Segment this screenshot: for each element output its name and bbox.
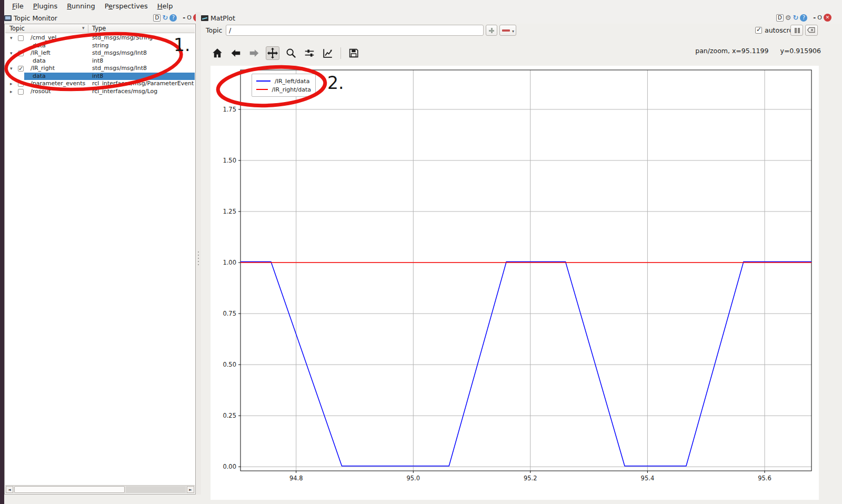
menu-file[interactable]: File [7, 1, 28, 11]
topic-type: string [92, 42, 109, 49]
restore-button[interactable]: O [187, 14, 192, 22]
svg-text:1.50: 1.50 [223, 157, 236, 164]
topic-input[interactable] [226, 25, 484, 36]
svg-text:95.6: 95.6 [758, 475, 771, 482]
forward-icon [248, 47, 260, 59]
detach-button[interactable]: D [153, 14, 161, 22]
save-button[interactable] [347, 46, 360, 60]
table-row[interactable]: /IR_left std_msgs/msg/Int8 [5, 49, 195, 57]
clear-icon [806, 25, 817, 35]
minus-icon [502, 29, 510, 32]
matplotlib-toolbar [210, 44, 360, 63]
forward-button[interactable] [247, 46, 261, 60]
svg-text:0.25: 0.25 [223, 412, 236, 419]
table-row[interactable]: /rosout rcl_interfaces/msg/Log [5, 88, 195, 96]
menu-running[interactable]: Running [62, 1, 99, 11]
customize-button[interactable] [321, 46, 335, 60]
minimize-button[interactable]: - [813, 14, 816, 22]
zoom-icon [285, 47, 297, 59]
scrollbar-track[interactable] [126, 486, 186, 493]
dock-title: MatPlot [210, 14, 235, 22]
scroll-left-icon[interactable]: ◄ [6, 486, 13, 493]
table-row[interactable]: data string [5, 42, 195, 50]
restore-button[interactable]: O [817, 14, 822, 22]
svg-text:1.25: 1.25 [223, 208, 236, 215]
svg-text:95.0: 95.0 [406, 475, 420, 482]
autoscroll-checkbox[interactable] [755, 27, 762, 34]
topic-monitor-titlebar[interactable]: Topic Monitor D ↻ ? - O ✕ [4, 12, 196, 24]
window-edge [0, 0, 4, 504]
column-divider [88, 25, 88, 33]
topic-name: /rosout [31, 88, 51, 95]
customize-icon [322, 47, 334, 59]
panel-splitter[interactable] [196, 12, 201, 495]
column-header-topic[interactable]: Topic [9, 25, 25, 32]
horizontal-scrollbar[interactable]: ◄ ► [5, 485, 195, 493]
checkbox[interactable] [18, 89, 24, 95]
menu-plugins[interactable]: Plugins [28, 1, 63, 11]
topic-type: std_msgs/msg/Int8 [92, 65, 147, 72]
topic-type: rcl_interfaces/msg/ParameterEvent [92, 80, 194, 87]
legend-swatch-ir-left [256, 80, 270, 82]
checkbox[interactable] [18, 66, 24, 72]
topic-type: int8 [92, 57, 103, 65]
table-row[interactable]: /IR_right std_msgs/msg/Int8 [5, 65, 195, 73]
checkbox[interactable] [18, 35, 24, 41]
table-row[interactable]: /parameter_events rcl_interfaces/msg/Par… [5, 80, 195, 88]
back-button[interactable] [229, 46, 243, 60]
topic-monitor-dock: Topic Monitor D ↻ ? - O ✕ Topic ▾ Type /… [4, 12, 196, 495]
legend-label: /IR_right/data [272, 86, 311, 93]
tree-header: Topic ▾ Type [5, 24, 195, 33]
add-topic-button[interactable] [486, 25, 497, 36]
sort-arrow-icon: ▾ [82, 25, 85, 31]
table-row[interactable]: /cmd_vel std_msgs/msg/String [5, 34, 195, 42]
home-button[interactable] [210, 46, 224, 60]
zoom-button[interactable] [284, 46, 298, 60]
topic-name: data [33, 73, 46, 80]
back-icon [230, 47, 242, 59]
matplot-icon [201, 15, 208, 21]
clear-button[interactable] [805, 25, 818, 36]
minimize-button[interactable]: - [183, 14, 185, 22]
checkbox[interactable] [18, 81, 24, 87]
legend-label: /IR_left/data [275, 78, 309, 85]
gear-icon[interactable]: ⚙ [785, 14, 791, 22]
toolbar-separator [340, 47, 341, 59]
collapse-arrow-icon[interactable] [10, 88, 15, 95]
rqt-window: File Plugins Running Perspectives Help T… [0, 0, 842, 504]
menu-bar: File Plugins Running Perspectives Help [4, 0, 842, 12]
close-icon[interactable]: ✕ [824, 14, 831, 22]
plot-canvas[interactable]: 94.895.095.295.495.60.000.250.500.751.00… [210, 66, 819, 500]
scrollbar-thumb[interactable] [14, 486, 125, 493]
table-row-selected[interactable]: data int8 [5, 73, 195, 80]
legend: /IR_left/data /IR_right/data [252, 74, 316, 97]
checkbox[interactable] [18, 51, 24, 56]
table-row[interactable]: data int8 [5, 57, 195, 65]
scroll-right-icon[interactable]: ► [187, 486, 194, 493]
matplot-dock: MatPlot D ⚙ ↻ ? - O ✕ Topic ▾ autoscroll [201, 12, 842, 504]
help-icon[interactable]: ? [169, 14, 177, 22]
remove-topic-button[interactable]: ▾ [499, 25, 516, 36]
reload-icon[interactable]: ↻ [793, 14, 798, 22]
svg-text:0.00: 0.00 [223, 463, 236, 470]
pause-button[interactable] [790, 25, 803, 36]
plus-icon [489, 28, 494, 33]
menu-help[interactable]: Help [153, 1, 178, 11]
subplots-button[interactable] [303, 46, 316, 60]
pan-button[interactable] [266, 46, 279, 60]
pause-icon [795, 28, 797, 33]
menu-perspectives[interactable]: Perspectives [100, 1, 153, 11]
detach-button[interactable]: D [776, 14, 784, 22]
collapse-arrow-icon[interactable] [10, 80, 15, 87]
subplots-icon [304, 47, 315, 59]
expand-arrow-icon[interactable] [10, 34, 15, 42]
chevron-down-icon: ▾ [512, 29, 514, 34]
help-icon[interactable]: ? [800, 14, 807, 22]
topic-name: data [33, 42, 46, 49]
topic-label: Topic [206, 26, 222, 34]
expand-arrow-icon[interactable] [10, 65, 15, 72]
expand-arrow-icon[interactable] [10, 49, 15, 57]
column-header-type[interactable]: Type [92, 25, 106, 32]
reload-icon[interactable]: ↻ [162, 14, 168, 22]
matplot-titlebar[interactable]: MatPlot D ⚙ ↻ ? - O ✕ [201, 12, 842, 24]
